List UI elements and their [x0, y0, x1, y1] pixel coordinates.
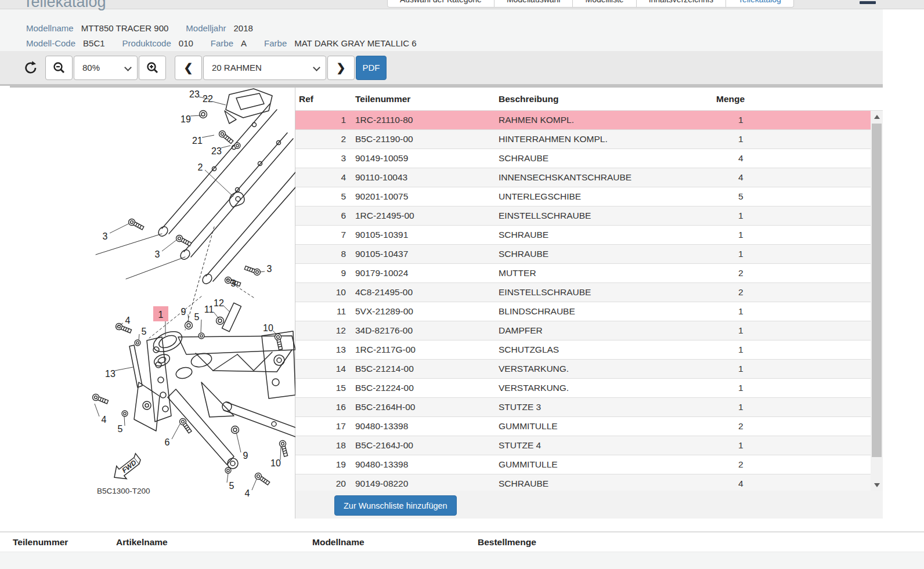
refresh-icon[interactable] [16, 60, 45, 76]
zoom-out-button[interactable] [45, 56, 73, 80]
cell-part: B5C-21224-00 [352, 379, 495, 397]
info-label: Modelljahr [186, 23, 226, 33]
cell-ref: 10 [295, 283, 352, 302]
table-row[interactable]: 11RC-21110-80RAHMEN KOMPL.1 [295, 111, 871, 130]
table-row[interactable]: 18B5C-2164J-00STUTZE 41 [295, 436, 871, 455]
cell-desc: INNENSECHSKANTSCHRAUBE [495, 168, 713, 187]
svg-text:22: 22 [203, 94, 213, 104]
svg-text:1: 1 [158, 310, 164, 320]
diagram-callout-1[interactable]: 1 [153, 306, 168, 336]
cell-qty: 2 [713, 264, 871, 282]
cell-qty: 1 [713, 226, 871, 244]
diagram-callout-12[interactable]: 12 [214, 298, 229, 311]
main-content: FWD B5C1300-T200 23221921232333341951112… [10, 86, 883, 519]
cell-ref: 1 [295, 111, 352, 129]
diagram-callout-23[interactable]: 23 [211, 146, 230, 156]
table-row[interactable]: 790105-10391SCHRAUBE1 [295, 226, 871, 245]
zoom-level-select[interactable]: 80% [74, 56, 138, 80]
pdf-button[interactable]: PDF [356, 56, 387, 80]
svg-text:5: 5 [142, 327, 147, 336]
table-row[interactable]: 61RC-21495-00EINSTELLSCHRAUBE1 [295, 206, 871, 226]
table-row[interactable]: 15B5C-21224-00VERSTARKUNG.1 [295, 379, 871, 398]
section-select[interactable]: 20 RAHMEN [203, 56, 326, 80]
chevron-down-icon [313, 64, 320, 71]
previous-section-button[interactable]: ❮ [175, 56, 202, 80]
cell-part: B5C-2164J-00 [352, 436, 495, 455]
diagram-callout-5[interactable]: 5 [118, 416, 125, 434]
nav-item-modellliste[interactable]: Modellliste [573, 0, 636, 8]
table-row[interactable]: 2090149-08220SCHRAUBE4 [295, 474, 871, 491]
table-row[interactable]: 490110-10043INNENSECHSKANTSCHRAUBE4 [295, 168, 871, 187]
cell-qty: 4 [713, 168, 871, 187]
cell-qty: 2 [713, 283, 871, 302]
diagram-callout-3[interactable]: 3 [155, 240, 177, 259]
scrollbar-thumb[interactable] [872, 124, 882, 457]
cell-desc: BLINDSCHRAUBE [495, 302, 713, 321]
cell-part: 90105-10437 [352, 245, 495, 263]
table-scrollbar[interactable] [871, 111, 883, 491]
cell-qty: 1 [713, 111, 871, 129]
top-navbar: Teilekatalog Auswahl der KategorieModell… [0, 0, 924, 9]
cell-ref: 12 [295, 321, 352, 340]
table-row[interactable]: 1234D-82176-00DAMPFER1 [295, 321, 871, 340]
nav-item-auswahl-der-kategorie[interactable]: Auswahl der Kategorie [387, 0, 495, 8]
diagram-callout-10[interactable]: 10 [270, 446, 281, 468]
info-label: Farbe [264, 38, 287, 48]
nav-item-inhaltsverzeichnis[interactable]: Inhaltsverzeichnis [637, 0, 726, 8]
table-row[interactable]: 890105-10437SCHRAUBE1 [295, 245, 871, 264]
cell-part: 4C8-21495-00 [352, 283, 495, 302]
model-info: ModellnameMTT850 TRACER 900Modelljahr201… [0, 9, 883, 51]
table-row[interactable]: 104C8-21495-00EINSTELLSCHRAUBE2 [295, 283, 871, 302]
table-row[interactable]: 590201-10075UNTERLEGSCHIBE5 [295, 187, 871, 206]
nav-item-teilekatalog[interactable]: Teilekatalog [726, 0, 794, 8]
cell-part: 90480-13398 [352, 417, 495, 436]
table-row[interactable]: 115VX-21289-00BLINDSCHRAUBE1 [295, 302, 871, 321]
cell-desc: VERSTARKUNG. [495, 360, 713, 378]
cell-part: B5C-2164H-00 [352, 398, 495, 416]
cell-desc: SCHRAUBE [495, 149, 713, 168]
table-row[interactable]: 16B5C-2164H-00STUTZE 31 [295, 398, 871, 417]
chevron-down-icon [124, 64, 132, 71]
diagram-callout-5[interactable]: 5 [139, 327, 147, 340]
diagram-callout-9[interactable]: 9 [236, 432, 248, 461]
cell-ref: 13 [295, 340, 352, 359]
wishlist-col-teilenummer: Teilenummer [13, 537, 116, 548]
table-row[interactable]: 390149-10059SCHRAUBE4 [295, 149, 871, 168]
scroll-up-icon[interactable] [871, 111, 883, 122]
zoom-in-button[interactable] [139, 56, 166, 80]
svg-text:3: 3 [267, 264, 272, 274]
nav-item-modellauswahl[interactable]: Modellauswahl [495, 0, 573, 8]
col-part: Teilenummer [352, 94, 495, 104]
table-row[interactable]: 1990480-13398GUMMITULLE2 [295, 455, 871, 474]
diagram-callout-4[interactable]: 4 [95, 404, 107, 425]
diagram-callout-6[interactable]: 6 [165, 424, 180, 447]
table-row[interactable]: 990179-10024MUTTER2 [295, 264, 871, 283]
cell-qty: 4 [713, 474, 871, 491]
cell-ref: 14 [295, 360, 352, 378]
diagram-callout-10[interactable]: 10 [263, 323, 276, 334]
table-row[interactable]: 131RC-2117G-00SCHUTZGLAS1 [295, 340, 871, 360]
table-row[interactable]: 1790480-13398GUMMITULLE2 [295, 417, 871, 436]
diagram-callout-3[interactable]: 3 [103, 223, 129, 241]
diagram-callout-22[interactable]: 22 [203, 94, 226, 105]
diagram-callout-9[interactable]: 9 [181, 307, 189, 322]
parts-diagram[interactable]: FWD B5C1300-T200 23221921232333341951112… [10, 88, 295, 519]
scroll-down-icon[interactable] [871, 479, 883, 491]
diagram-callout-19[interactable]: 19 [181, 114, 201, 124]
add-to-wishlist-button[interactable]: Zur Wunschliste hinzufügen [334, 495, 457, 516]
svg-text:21: 21 [192, 136, 203, 146]
table-row[interactable]: 14B5C-21214-00VERSTARKUNG.1 [295, 360, 871, 379]
diagram-callout-5[interactable]: 5 [227, 473, 234, 491]
diagram-callout-21[interactable]: 21 [192, 135, 214, 146]
drawing-code: B5C1300-T200 [97, 487, 150, 495]
diagram-callout-5[interactable]: 5 [194, 312, 201, 332]
diagram-callout-13[interactable]: 13 [105, 367, 133, 379]
table-row[interactable]: 2B5C-21190-00HINTERRAHMEN KOMPL.1 [295, 130, 871, 149]
diagram-callout-4[interactable]: 4 [245, 479, 257, 498]
cell-qty: 1 [713, 398, 871, 416]
diagram-callout-3[interactable]: 3 [259, 264, 272, 274]
next-section-button[interactable]: ❯ [327, 56, 355, 80]
menu-icon[interactable] [860, 0, 876, 8]
cell-desc: GUMMITULLE [495, 455, 713, 474]
cell-desc: MUTTER [495, 264, 713, 282]
